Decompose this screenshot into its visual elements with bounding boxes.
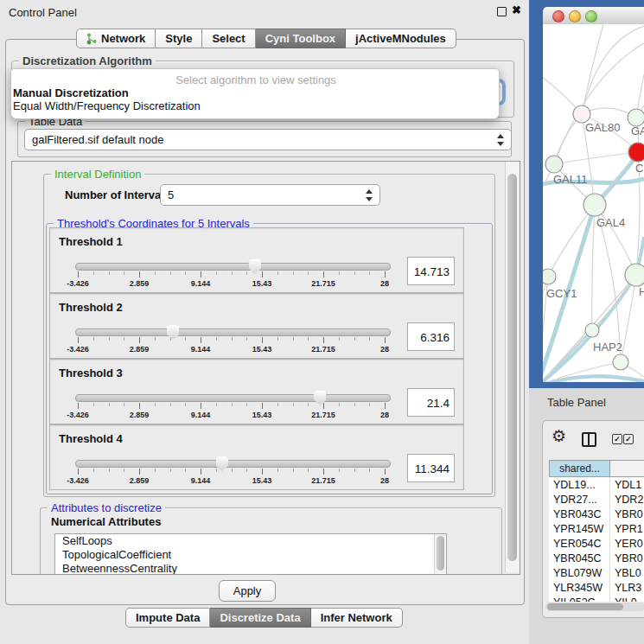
gear-icon[interactable]: ⚙ [552, 426, 566, 446]
network-edge[interactable] [548, 205, 595, 277]
close-icon[interactable]: ✖ [512, 3, 521, 16]
table-data-combobox[interactable]: galFiltered.sif default node [24, 129, 512, 150]
group-title: Discretization Algorithm [19, 54, 156, 67]
minimize-traffic-light-icon[interactable] [569, 10, 581, 22]
slider-tick [216, 469, 217, 472]
network-edge[interactable] [592, 205, 595, 330]
zoom-traffic-light-icon[interactable] [585, 10, 597, 22]
slider-tick-label: -3.426 [67, 345, 89, 354]
table-row[interactable]: YDL19...YDL1 [549, 478, 644, 493]
network-edge[interactable] [554, 152, 638, 164]
popup-option-manual-discretization[interactable]: Manual Discretization [11, 86, 499, 99]
list-scrollbar-thumb[interactable] [437, 536, 444, 571]
network-canvas[interactable]: GAL80GACGAL11GAL4GCY1HHAP2 [543, 24, 644, 382]
threshold-value-field[interactable]: 14.713 [407, 257, 455, 285]
list-scrollbar[interactable] [434, 534, 446, 573]
slider-tick [385, 469, 386, 475]
column-header-n[interactable]: n [609, 460, 644, 477]
table-row[interactable]: YER054CYER0 [549, 537, 644, 552]
slider-track[interactable] [75, 263, 391, 271]
num-intervals-value: 5 [168, 188, 174, 201]
column-header-shared[interactable]: shared... [549, 460, 610, 477]
network-node-gal11[interactable] [545, 156, 563, 173]
close-traffic-light-icon[interactable] [552, 10, 564, 22]
slider-tick [369, 271, 370, 275]
slider-tick-label: 21.715 [311, 411, 335, 419]
cell-name: YLR3 [615, 582, 641, 594]
slider-tick [93, 469, 94, 472]
tab-infer-network[interactable]: Infer Network [311, 608, 403, 628]
threshold-value-field[interactable]: 6.316 [407, 322, 455, 351]
slider-tick [308, 469, 309, 472]
num-intervals-combobox[interactable]: 5 [160, 184, 380, 206]
slider-tick [354, 271, 355, 275]
slider-tick [155, 469, 156, 472]
table-row[interactable]: YPR145WYPR1 [549, 522, 644, 537]
attribute-item-betweennesscentrality[interactable]: BetweennessCentrality [55, 562, 446, 575]
attribute-item-topologicalcoefficient[interactable]: TopologicalCoefficient [55, 548, 446, 562]
network-node-ga[interactable] [628, 109, 644, 126]
slider-track[interactable] [75, 328, 391, 336]
network-node-c[interactable] [628, 143, 644, 162]
tab-cyni-toolbox[interactable]: Cyni Toolbox [256, 29, 346, 48]
tab-label: Network [101, 32, 145, 45]
slider-tick [246, 403, 247, 406]
slider-track[interactable] [75, 460, 391, 468]
slider-tick [155, 271, 156, 275]
table-row[interactable]: YIL052CYIL0 [549, 596, 644, 602]
checked-checkbox-icon[interactable]: ✓ [623, 434, 634, 444]
tab-discretize-data[interactable]: Discretize Data [210, 608, 310, 628]
tab-impute-data[interactable]: Impute Data [125, 608, 210, 628]
attribute-item-selfloops[interactable]: SelfLoops [55, 534, 446, 548]
settings-scrollbar[interactable] [505, 162, 519, 572]
threshold-label: Threshold 2 [59, 301, 123, 314]
slider-tick [369, 403, 370, 406]
split-columns-icon[interactable] [582, 432, 596, 447]
table-scrollbar-thumb[interactable] [547, 603, 623, 610]
apply-button[interactable]: Apply [219, 580, 276, 602]
cell-shared-name: YIL052C [553, 596, 596, 602]
network-node-hap2[interactable] [585, 323, 599, 337]
popup-option-equal-width-frequency[interactable]: Equal Width/Frequency Discretization [11, 99, 499, 112]
threshold-value-field[interactable]: 11.344 [407, 454, 455, 482]
table-row[interactable]: YBR045CYBR0 [549, 552, 644, 566]
table-horizontal-scrollbar[interactable] [545, 603, 644, 611]
table-row[interactable]: YDR27...YDR2 [549, 493, 644, 507]
slider-tick [293, 403, 294, 406]
slider-tick [78, 403, 79, 409]
cell-shared-name: YPR145W [553, 523, 603, 535]
network-node-gcy1[interactable] [543, 269, 556, 284]
tab-jactivemnodules[interactable]: jActiveMNodules [346, 29, 456, 48]
tab-network[interactable]: Network [76, 29, 156, 48]
network-window-titlebar[interactable] [543, 7, 644, 25]
table-row[interactable]: YBL079WYBL0 [549, 566, 644, 581]
settings-scrollbar-thumb[interactable] [507, 174, 517, 561]
slider-thumb[interactable] [167, 325, 180, 340]
tab-style[interactable]: Style [156, 29, 202, 48]
slider-tick [170, 337, 171, 341]
node-table[interactable]: shared...nYDL19...YDL1YDR27...YDR2YBR043… [549, 460, 644, 602]
slider-thumb[interactable] [248, 259, 261, 274]
network-icon [86, 33, 97, 45]
slider-thumb[interactable] [215, 456, 228, 471]
slider-thumb[interactable] [314, 391, 327, 405]
slider-tick [216, 271, 217, 275]
tab-select[interactable]: Select [202, 29, 255, 48]
network-node-gal4[interactable] [583, 194, 606, 216]
network-node-h[interactable] [625, 264, 644, 286]
slider-track[interactable] [75, 394, 391, 402]
slider-tick [170, 469, 171, 472]
threshold-value-field[interactable]: 21.4 [407, 388, 455, 417]
network-edge-highlighted[interactable] [543, 376, 644, 382]
popup-placeholder-option[interactable]: Select algorithm to view settings [11, 73, 499, 86]
checked-checkbox-icon[interactable]: ✓ [612, 434, 622, 444]
float-window-icon[interactable] [497, 7, 507, 16]
numerical-attributes-list[interactable]: SelfLoopsTopologicalCoefficientBetweenne… [54, 533, 447, 575]
table-row[interactable]: YLR345WYLR3 [549, 581, 644, 596]
slider-tick [354, 337, 355, 341]
network-node-gal80[interactable] [573, 105, 590, 123]
network-node[interactable] [613, 354, 628, 370]
network-edge[interactable] [582, 24, 603, 114]
combo-stepper-icon [366, 189, 373, 201]
table-row[interactable]: YBR043CYBR0 [549, 507, 644, 522]
